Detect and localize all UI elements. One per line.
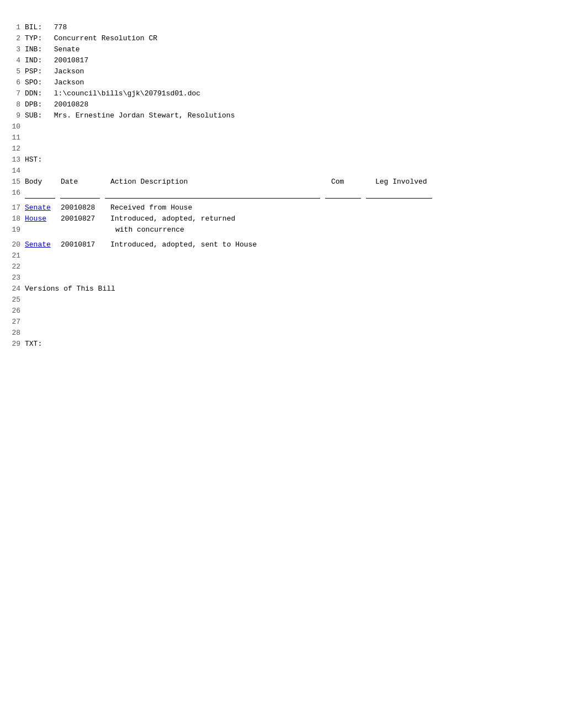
line-num-19: 19 (11, 224, 25, 235)
senate-link-1[interactable]: Senate (25, 204, 51, 212)
line-9: 9 SUB: Mrs. Ernestine Jordan Stewart, Re… (11, 110, 552, 121)
line-content-7: DDN: l:\council\bills\gjk\20791sd01.doc (25, 88, 552, 99)
line-2: 2 TYP: Concurrent Resolution CR (11, 33, 552, 44)
line-num-3: 3 (11, 44, 25, 55)
line-num-24: 24 (11, 283, 25, 295)
line-26: 26 (11, 306, 552, 317)
row3-action: Introduced, adopted, sent to House (110, 239, 331, 250)
table-header-action: Action Description (110, 176, 331, 188)
line-num-29: 29 (11, 339, 25, 350)
line-6: 6 SPO: Jackson (11, 77, 552, 88)
ind-value: 20010817 (54, 56, 88, 65)
line-21: 21 (11, 250, 552, 261)
txt-label: TXT: (25, 339, 50, 350)
table-header-body: Body (25, 176, 61, 188)
row1-com (331, 202, 375, 213)
line-22: 22 (11, 261, 552, 272)
row2-action: Introduced, adopted, returned (110, 213, 331, 224)
line-8: 8 DPB: 20010828 (11, 99, 552, 110)
line-num-18: 18 (11, 213, 25, 224)
line-num-1: 1 (11, 22, 25, 33)
row1-body: Senate (25, 202, 61, 213)
line-num-4: 4 (11, 55, 25, 66)
line-19: 19 with concurrence (11, 224, 552, 239)
line-7: 7 DDN: l:\council\bills\gjk\20791sd01.do… (11, 88, 552, 99)
line-content-6: SPO: Jackson (25, 77, 552, 88)
line-1: 1 BIL: 778 (11, 22, 552, 33)
line-num-9: 9 (11, 110, 25, 121)
spo-label: SPO: (25, 77, 50, 88)
row3-date: 20010817 (61, 239, 110, 250)
line-num-26: 26 (11, 306, 25, 317)
row3-leg (375, 239, 453, 250)
line-num-5: 5 (11, 66, 25, 77)
line-17: 17 Senate 20010828 Received from House (11, 202, 552, 213)
line-content-8: DPB: 20010828 (25, 99, 552, 110)
line-4: 4 IND: 20010817 (11, 55, 552, 66)
line-24: 24 Versions of This Bill (11, 283, 552, 295)
line-content-1: BIL: 778 (25, 22, 552, 33)
line-11: 11 (11, 132, 552, 143)
row1-action: Received from House (110, 202, 331, 213)
table-header-com: Com (331, 176, 375, 188)
row2-com (331, 213, 375, 224)
line-content-9: SUB: Mrs. Ernestine Jordan Stewart, Reso… (25, 110, 552, 121)
table-header-leg: Leg Involved (375, 176, 453, 188)
line-15: 15 Body Date Action Description Com Leg … (11, 176, 552, 188)
line-content-13: HST: (25, 154, 552, 165)
line-num-15: 15 (11, 176, 25, 188)
ddn-value: l:\council\bills\gjk\20791sd01.doc (54, 89, 200, 98)
line-14: 14 (11, 165, 552, 176)
psp-value: Jackson (54, 67, 84, 76)
line-num-2: 2 (11, 33, 25, 44)
bil-label: BIL: (25, 22, 50, 33)
typ-label: TYP: (25, 33, 50, 44)
spo-value: Jackson (54, 78, 84, 87)
table-header-date: Date (61, 176, 110, 188)
line-28: 28 (11, 328, 552, 339)
line-num-12: 12 (11, 143, 25, 154)
row1-leg (375, 202, 453, 213)
row2-action2: with concurrence (110, 224, 184, 235)
line-3: 3 INB: Senate (11, 44, 552, 55)
line-num-22: 22 (11, 261, 25, 272)
line-29: 29 TXT: (11, 339, 552, 350)
inb-value: Senate (54, 45, 80, 53)
line-content-5: PSP: Jackson (25, 66, 552, 77)
line-5: 5 PSP: Jackson (11, 66, 552, 77)
line-13: 13 HST: (11, 154, 552, 165)
line-content-29: TXT: (25, 339, 552, 350)
line-num-7: 7 (11, 88, 25, 99)
typ-value: Concurrent Resolution CR (54, 34, 157, 42)
row1-date: 20010828 (61, 202, 110, 213)
inb-label: INB: (25, 44, 50, 55)
hst-label: HST: (25, 154, 50, 165)
line-num-14: 14 (11, 165, 25, 176)
line-num-11: 11 (11, 132, 25, 143)
line-23: 23 (11, 272, 552, 283)
line-10: 10 (11, 121, 552, 132)
row3-com (331, 239, 375, 250)
line-num-10: 10 (11, 121, 25, 132)
line-num-23: 23 (11, 272, 25, 283)
psp-label: PSP: (25, 66, 50, 77)
senate-link-2[interactable]: Senate (25, 240, 51, 249)
line-content-3: INB: Senate (25, 44, 552, 55)
line-content-2: TYP: Concurrent Resolution CR (25, 33, 552, 44)
line-16: 16 (11, 188, 552, 202)
sub-label: SUB: (25, 110, 50, 121)
line-num-21: 21 (11, 250, 25, 261)
line-num-17: 17 (11, 202, 25, 213)
ind-label: IND: (25, 55, 50, 66)
versions-label: Versions of This Bill (25, 283, 552, 295)
bil-value: 778 (54, 23, 67, 31)
row2-body: House (25, 213, 61, 224)
line-27: 27 (11, 317, 552, 328)
line-num-16: 16 (11, 188, 25, 199)
dpb-value: 20010828 (54, 100, 88, 109)
line-25: 25 (11, 295, 552, 306)
line-num-25: 25 (11, 295, 25, 306)
house-link-1[interactable]: House (25, 215, 46, 223)
line-content-4: IND: 20010817 (25, 55, 552, 66)
row2-leg (375, 213, 453, 224)
